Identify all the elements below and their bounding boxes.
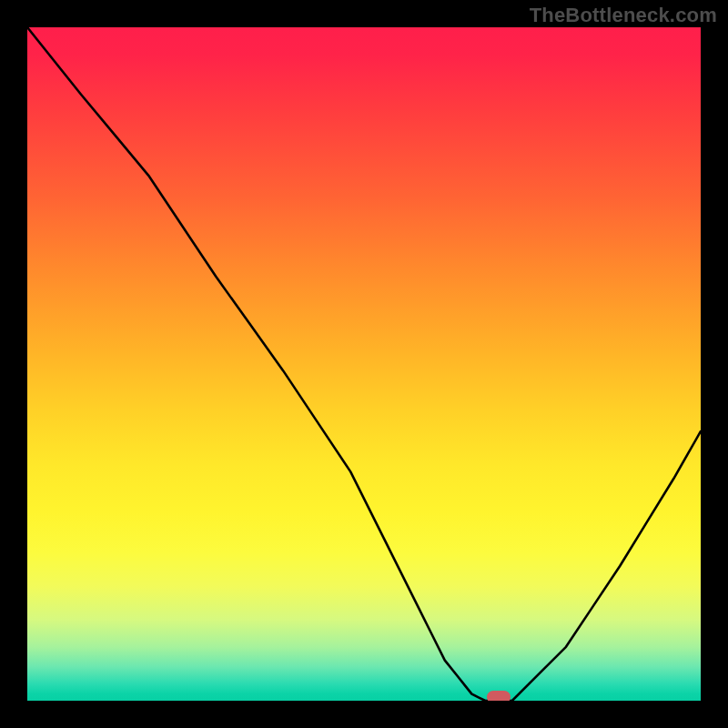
chart-frame: TheBottleneck.com <box>0 0 728 728</box>
optimal-point-marker <box>487 691 511 701</box>
attribution-text: TheBottleneck.com <box>530 4 717 27</box>
bottleneck-curve <box>27 27 701 701</box>
plot-area <box>27 27 701 701</box>
